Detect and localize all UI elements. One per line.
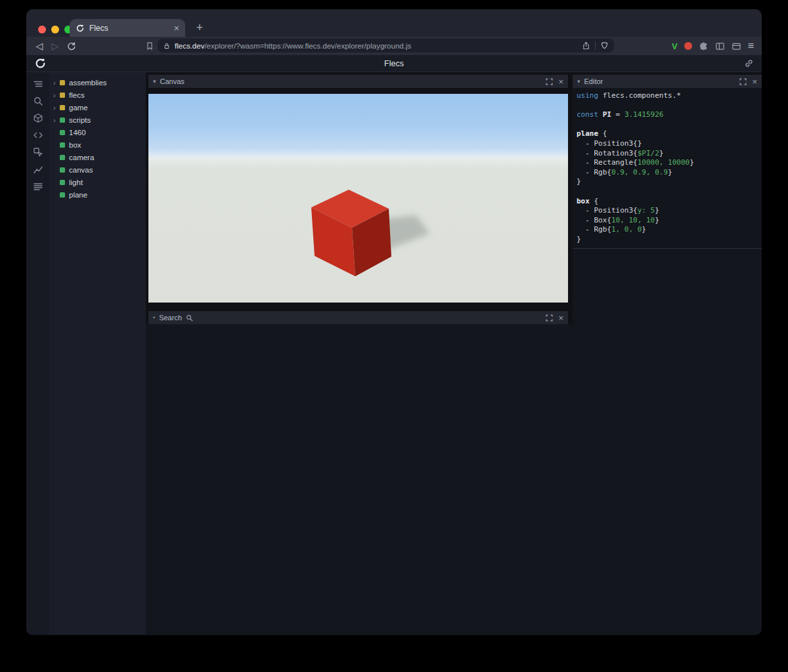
tree-item-assemblies[interactable]: ›assemblies xyxy=(49,76,146,89)
tab-favicon-flecs-icon xyxy=(76,24,85,33)
app-header: Flecs xyxy=(26,55,762,72)
code-line: } xyxy=(577,177,758,187)
tree-item-flecs[interactable]: ›flecs xyxy=(49,89,146,101)
code-line xyxy=(577,187,758,197)
3d-viewport[interactable] xyxy=(148,94,568,303)
explorer-content: ›assemblies›flecs›game›scripts›1460›box›… xyxy=(26,72,762,635)
tree-item-plane[interactable]: ›plane xyxy=(49,188,146,201)
tree-item-label: flecs xyxy=(69,91,85,99)
code-icon[interactable] xyxy=(33,130,43,140)
bookmark-icon[interactable] xyxy=(143,37,156,55)
panel-background xyxy=(573,248,762,324)
entity-square-icon xyxy=(60,167,65,173)
code-editor[interactable]: using flecs.components.* const PI = 3.14… xyxy=(573,88,762,249)
tree-item-light[interactable]: ›light xyxy=(49,176,146,188)
code-line: box { xyxy=(577,197,758,207)
close-panel-icon[interactable]: × xyxy=(752,77,757,86)
module-square-icon xyxy=(60,80,65,85)
code-line: - Position3{} xyxy=(577,139,758,149)
forward-button[interactable]: ▷ xyxy=(49,37,62,55)
entity-tree-panel: ›assemblies›flecs›game›scripts›1460›box›… xyxy=(49,72,146,635)
back-button[interactable]: ◁ xyxy=(33,37,46,55)
editor-panel-header[interactable]: ▾ Editor × xyxy=(573,75,762,88)
search-icon[interactable] xyxy=(33,96,43,106)
page-title: Flecs xyxy=(26,55,762,72)
url-text: flecs.dev/explorer/?wasm=https://www.fle… xyxy=(175,42,582,50)
reload-button[interactable] xyxy=(64,37,77,55)
red-extension-icon[interactable] xyxy=(684,42,692,50)
tree-item-label: assemblies xyxy=(69,79,107,87)
expand-arrow-icon[interactable]: › xyxy=(53,91,60,99)
close-button[interactable] xyxy=(38,26,46,33)
entities-cube-icon[interactable] xyxy=(33,113,43,123)
sidebar-toggle-icon[interactable] xyxy=(715,41,725,51)
expand-arrow-icon[interactable]: › xyxy=(53,79,60,87)
search-results-area xyxy=(146,324,762,635)
search-panel-title: Search xyxy=(159,314,182,322)
close-panel-icon[interactable]: × xyxy=(558,77,563,86)
queries-list-icon[interactable] xyxy=(33,181,43,192)
v-extension-icon[interactable]: V xyxy=(672,41,678,51)
code-line: - Rectangle{10000, 10000} xyxy=(577,158,758,168)
stats-chart-icon[interactable] xyxy=(33,164,43,175)
tree-item-label: camera xyxy=(69,154,94,161)
tree-item-game[interactable]: ›game xyxy=(49,101,146,114)
expand-arrow-icon[interactable]: › xyxy=(53,104,60,112)
browser-tab[interactable]: Flecs × xyxy=(70,19,185,37)
fullscreen-icon[interactable] xyxy=(546,78,553,85)
window-controls xyxy=(38,26,72,33)
fullscreen-icon[interactable] xyxy=(739,78,747,85)
share-icon[interactable] xyxy=(582,41,590,50)
editor-code: using flecs.components.* const PI = 3.14… xyxy=(577,91,758,245)
code-line xyxy=(577,120,758,130)
expand-arrow-icon[interactable]: › xyxy=(53,116,60,124)
minimize-button[interactable] xyxy=(51,26,59,33)
tab-title: Flecs xyxy=(89,24,174,33)
tree-item-canvas[interactable]: ›canvas xyxy=(49,163,146,176)
new-tab-button[interactable]: + xyxy=(192,20,208,35)
inspect-cursor-icon[interactable] xyxy=(33,147,43,158)
toolbar-extensions: V ≡ xyxy=(672,37,754,55)
canvas-panel-title: Canvas xyxy=(160,77,185,85)
tree-item-box[interactable]: ›box xyxy=(49,138,146,151)
code-line: - Position3{y: 5} xyxy=(577,206,758,216)
canvas-panel-header[interactable]: ▾ Canvas × xyxy=(148,75,568,88)
brave-shield-icon[interactable] xyxy=(600,41,609,50)
menu-icon[interactable]: ≡ xyxy=(748,40,754,52)
tree-item-label: scripts xyxy=(69,116,91,124)
close-panel-icon[interactable]: × xyxy=(558,314,563,322)
chevron-down-icon[interactable]: ▾ xyxy=(153,78,156,85)
tree-item-1460[interactable]: ›1460 xyxy=(49,126,146,138)
code-line: - Box{10, 10, 10} xyxy=(577,216,758,226)
tab-close-icon[interactable]: × xyxy=(174,24,179,33)
url-bar[interactable]: flecs.dev/explorer/?wasm=https://www.fle… xyxy=(158,39,614,52)
divider xyxy=(595,41,596,50)
fullscreen-icon[interactable] xyxy=(546,314,553,322)
code-line: } xyxy=(577,235,758,245)
url-host: flecs.dev xyxy=(175,42,204,50)
share-link-icon[interactable] xyxy=(744,58,754,68)
tree-item-scripts[interactable]: ›scripts xyxy=(49,114,146,126)
entity-square-icon xyxy=(60,142,65,148)
chevron-down-icon[interactable]: ▾ xyxy=(577,78,580,85)
wallet-icon[interactable] xyxy=(732,41,741,51)
entity-tree-icon[interactable] xyxy=(33,79,43,89)
tree-item-camera[interactable]: ›camera xyxy=(49,151,146,163)
tree-item-label: light xyxy=(69,178,83,186)
panel-area: ▾ Canvas × • xyxy=(146,72,762,635)
code-line: - Rgb{0.9, 0.9, 0.9} xyxy=(577,168,758,178)
puzzle-extensions-icon[interactable] xyxy=(699,41,709,51)
search-panel-header[interactable]: • Search × xyxy=(148,311,568,324)
tree-item-label: box xyxy=(69,141,81,149)
module-square-icon xyxy=(60,105,65,110)
code-line: - Rotation3{$PI/2} xyxy=(577,149,758,159)
collapsed-dot-icon[interactable]: • xyxy=(153,314,155,321)
editor-panel-title: Editor xyxy=(584,77,603,85)
entity-square-icon xyxy=(60,192,65,198)
lock-icon xyxy=(163,42,171,50)
entity-square-icon xyxy=(60,155,65,160)
entity-square-icon xyxy=(60,180,65,185)
tree-item-label: canvas xyxy=(69,166,93,174)
code-line: using flecs.components.* xyxy=(577,91,758,101)
code-line: plane { xyxy=(577,129,758,139)
